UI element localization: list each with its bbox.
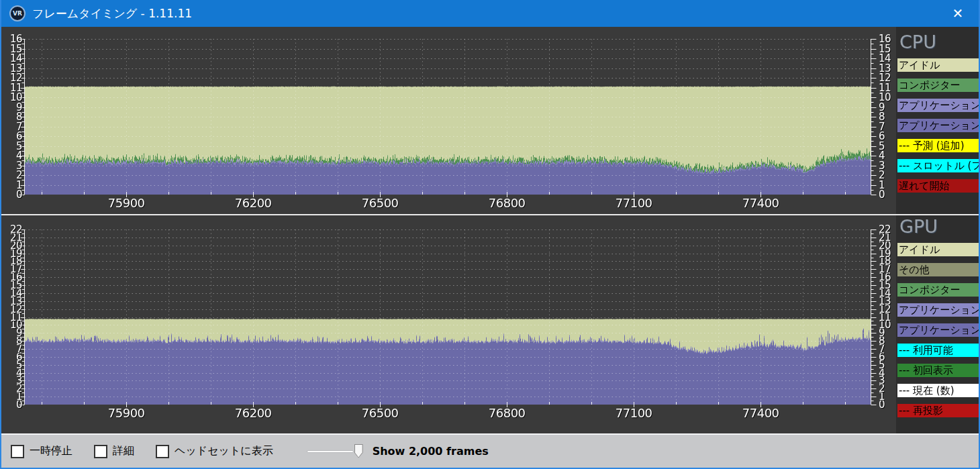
chart-separator xyxy=(1,214,980,215)
cpu-legend-item: 遅れて開始 xyxy=(897,179,979,193)
x-axis-tick: 77100 xyxy=(610,197,657,210)
x-axis-tick: 75900 xyxy=(103,407,150,420)
x-axis-tick: 76500 xyxy=(356,407,403,420)
footer-toolbar: 一時停止 詳細 ヘッドセットに表示 Show 2,000 frames xyxy=(1,433,980,468)
gpu-frame-timing-chart xyxy=(15,225,882,420)
cpu-legend-item: アイドル xyxy=(897,58,979,72)
x-axis-tick: 77100 xyxy=(610,407,657,420)
frames-count-label: Show 2,000 frames xyxy=(373,445,489,458)
close-icon[interactable]: ✕ xyxy=(942,0,973,27)
title-bar: VR フレームタイミング - 1.11.11 ✕ xyxy=(1,0,979,27)
gpu-legend-item: コンポジター xyxy=(897,283,979,297)
x-axis-tick: 76500 xyxy=(356,197,403,210)
gpu-legend-item: --- 再投影 xyxy=(897,404,979,417)
cpu-frame-timing-chart xyxy=(15,34,882,208)
x-axis-tick: 76200 xyxy=(230,197,277,210)
slider-thumb[interactable] xyxy=(354,444,363,458)
gpu-legend-item: アプリケーション(モ xyxy=(897,303,979,317)
pause-checkbox[interactable] xyxy=(11,445,24,458)
gpu-legend: GPU アイドルその他コンポジターアプリケーション(モアプリケーション(背---… xyxy=(896,217,979,238)
cpu-legend-item: アプリケーション(モ xyxy=(897,99,979,112)
show-in-headset-checkbox[interactable] xyxy=(156,445,169,458)
gpu-legend-item: --- 利用可能 xyxy=(897,344,979,357)
x-axis-tick: 76800 xyxy=(483,407,530,420)
vr-logo-icon: VR xyxy=(9,5,26,21)
cpu-legend-item: アプリケーション(背 xyxy=(897,119,979,132)
details-checkbox[interactable] xyxy=(94,445,107,458)
gpu-legend-item: アイドル xyxy=(897,243,979,256)
show-in-headset-checkbox-label: ヘッドセットに表示 xyxy=(175,444,273,458)
gpu-legend-item: --- 現在 (数) xyxy=(897,384,979,397)
gpu-legend-header: GPU xyxy=(896,217,979,238)
gpu-legend-item: アプリケーション(背 xyxy=(897,323,979,337)
window-title: フレームタイミング - 1.11.11 xyxy=(32,6,192,21)
x-axis-tick: 76800 xyxy=(483,197,530,210)
cpu-legend-item: コンポジター xyxy=(897,79,979,92)
slider-track[interactable] xyxy=(307,450,354,453)
legend-sidebar: CPU アイドルコンポジターアプリケーション(モアプリケーション(背--- 予測… xyxy=(896,27,979,433)
gpu-legend-item: その他 xyxy=(897,263,979,276)
y-axis-tick-left: 16 xyxy=(1,34,22,44)
frame-timing-window: VR フレームタイミング - 1.11.11 ✕ 001122334455667… xyxy=(0,0,980,469)
details-checkbox-label: 詳細 xyxy=(113,444,134,458)
cpu-legend-item: --- スロットル (フレ xyxy=(897,159,979,172)
cpu-legend-item: --- 予測 (追加) xyxy=(897,139,979,152)
gpu-legend-item: --- 初回表示 xyxy=(897,364,979,377)
cpu-legend-header: CPU xyxy=(896,32,979,54)
x-axis-tick: 76200 xyxy=(230,407,277,420)
vr-logo-text: VR xyxy=(13,10,22,17)
x-axis-tick: 77400 xyxy=(737,197,784,210)
charts-area: 0011223344556677889910101111121213131414… xyxy=(1,27,896,433)
x-axis-tick: 77400 xyxy=(737,407,784,420)
pause-checkbox-label: 一時停止 xyxy=(30,444,72,458)
frames-count-slider[interactable] xyxy=(307,444,366,460)
cpu-legend: CPU アイドルコンポジターアプリケーション(モアプリケーション(背--- 予測… xyxy=(896,32,979,54)
y-axis-tick-left: 22 xyxy=(1,224,22,235)
x-axis-tick: 75900 xyxy=(103,197,150,210)
